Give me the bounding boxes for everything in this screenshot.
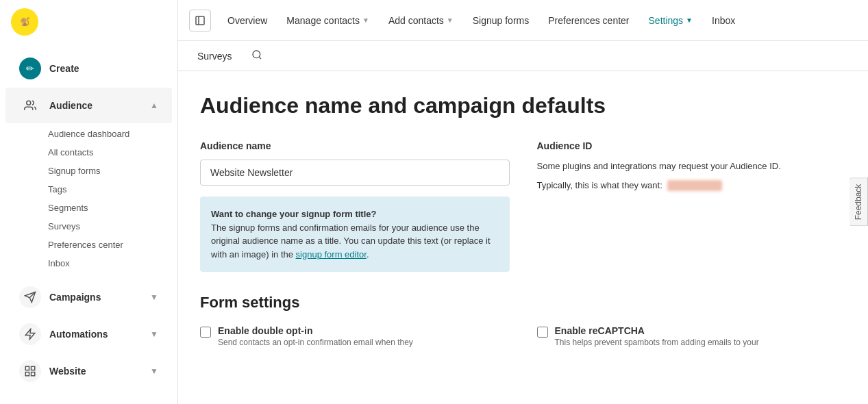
sidebar-item-all-contacts[interactable]: All contacts <box>0 143 177 162</box>
sidebar-label-audience: Audience <box>49 100 142 111</box>
top-nav-overview[interactable]: Overview <box>219 10 275 31</box>
svg-marker-3 <box>25 329 35 340</box>
audience-id-value <box>667 180 722 191</box>
sidebar-item-preferences-center[interactable]: Preferences center <box>0 236 177 254</box>
audience-sub-nav: Audience dashboard All contacts Signup f… <box>0 125 177 278</box>
double-opt-in-item: Enable double opt-in Send contacts an op… <box>200 325 510 347</box>
audience-id-section: Audience ID Some plugins and integration… <box>537 140 847 272</box>
double-opt-in-desc: Send contacts an opt-in confirmation ema… <box>218 338 413 347</box>
recaptcha-desc: This helps prevent spambots from adding … <box>555 338 759 347</box>
recaptcha-text: Enable reCAPTCHA This helps prevent spam… <box>555 325 759 347</box>
double-opt-in-text: Enable double opt-in Send contacts an op… <box>218 325 413 347</box>
audience-name-input[interactable] <box>200 160 510 186</box>
svg-rect-8 <box>196 16 204 25</box>
top-nav-preferences-center[interactable]: Preferences center <box>540 10 637 31</box>
audience-settings-grid: Audience name Want to change your signup… <box>200 140 846 272</box>
svg-point-2 <box>27 101 31 105</box>
audience-id-desc: Some plugins and integrations may reques… <box>537 160 847 173</box>
recaptcha-item: Enable reCAPTCHA This helps prevent spam… <box>537 325 847 347</box>
sidebar-label-create: Create <box>49 63 158 74</box>
search-button[interactable] <box>246 44 268 68</box>
campaigns-icon <box>19 286 41 308</box>
audience-icon <box>19 94 41 116</box>
sidebar-item-signup-forms[interactable]: Signup forms <box>0 162 177 180</box>
website-chevron-icon: ▼ <box>150 366 158 376</box>
automations-chevron-icon: ▼ <box>150 329 158 339</box>
audience-name-section: Audience name Want to change your signup… <box>200 140 510 272</box>
sidebar-label-campaigns: Campaigns <box>49 292 142 303</box>
svg-rect-5 <box>32 366 35 370</box>
audience-id-label: Audience ID <box>537 140 847 151</box>
settings-chevron-icon: ▼ <box>686 16 693 24</box>
sidebar-label-automations: Automations <box>49 329 142 340</box>
sidebar-item-campaigns[interactable]: Campaigns ▼ <box>5 279 172 315</box>
svg-point-10 <box>253 51 260 58</box>
svg-rect-6 <box>32 373 35 376</box>
website-icon <box>19 360 41 382</box>
top-nav-inbox[interactable]: Inbox <box>704 10 743 31</box>
svg-rect-7 <box>25 373 29 376</box>
sidebar-item-tags[interactable]: Tags <box>0 180 177 199</box>
second-nav: Surveys <box>178 41 868 71</box>
campaigns-chevron-icon: ▼ <box>150 292 158 302</box>
sidebar-header: 🐒 <box>0 0 177 44</box>
manage-contacts-chevron-icon: ▼ <box>362 16 369 24</box>
top-nav-manage-contacts[interactable]: Manage contacts ▼ <box>278 10 377 31</box>
page-title: Audience name and campaign defaults <box>200 93 846 118</box>
svg-rect-4 <box>25 366 29 370</box>
top-nav: Overview Manage contacts ▼ Add contacts … <box>178 0 868 41</box>
sidebar-nav: ✏ Create Audience ▲ Audience dashboard A… <box>0 44 177 396</box>
form-settings-title: Form settings <box>200 294 846 312</box>
sidebar-item-audience[interactable]: Audience ▲ <box>5 88 172 123</box>
feedback-tab[interactable]: Feedback <box>850 178 868 227</box>
recaptcha-label: Enable reCAPTCHA <box>555 325 759 336</box>
sidebar-item-inbox[interactable]: Inbox <box>0 254 177 273</box>
create-icon: ✏ <box>19 58 41 79</box>
signup-form-editor-link[interactable]: signup form editor <box>296 249 367 260</box>
audience-id-typically: Typically, this is what they want: <box>537 179 847 192</box>
svg-line-11 <box>259 57 261 59</box>
info-box: Want to change your signup form title? T… <box>200 197 510 272</box>
sidebar-item-surveys[interactable]: Surveys <box>0 217 177 236</box>
info-box-title: Want to change your signup form title? <box>211 209 376 219</box>
page-content: Audience name and campaign defaults Audi… <box>178 71 868 404</box>
sidebar-item-website[interactable]: Website ▼ <box>5 353 172 389</box>
sidebar-item-segments[interactable]: Segments <box>0 199 177 217</box>
automations-icon <box>19 323 41 345</box>
double-opt-in-checkbox[interactable] <box>200 327 211 338</box>
sidebar-item-audience-dashboard[interactable]: Audience dashboard <box>0 125 177 143</box>
mailchimp-logo[interactable]: 🐒 <box>11 8 38 36</box>
top-nav-add-contacts[interactable]: Add contacts ▼ <box>380 10 462 31</box>
feedback-label: Feedback <box>850 178 868 227</box>
sidebar-item-automations[interactable]: Automations ▼ <box>5 316 172 352</box>
info-box-period: . <box>367 249 369 260</box>
audience-chevron-icon: ▲ <box>150 101 158 110</box>
main-content: Overview Manage contacts ▼ Add contacts … <box>178 0 868 404</box>
top-nav-signup-forms[interactable]: Signup forms <box>464 10 537 31</box>
sidebar-label-website: Website <box>49 366 142 377</box>
sidebar: 🐒 ✏ Create Audience ▲ Audience d <box>0 0 178 404</box>
sidebar-item-create[interactable]: ✏ Create <box>5 51 172 86</box>
add-contacts-chevron-icon: ▼ <box>447 16 454 24</box>
form-settings-row: Enable double opt-in Send contacts an op… <box>200 325 846 347</box>
recaptcha-checkbox[interactable] <box>537 327 548 338</box>
svg-text:🐒: 🐒 <box>20 16 30 27</box>
second-nav-surveys[interactable]: Surveys <box>189 44 240 68</box>
double-opt-in-label: Enable double opt-in <box>218 325 413 336</box>
audience-name-label: Audience name <box>200 140 510 151</box>
sidebar-toggle-button[interactable] <box>189 10 211 31</box>
top-nav-settings[interactable]: Settings ▼ <box>641 10 702 31</box>
